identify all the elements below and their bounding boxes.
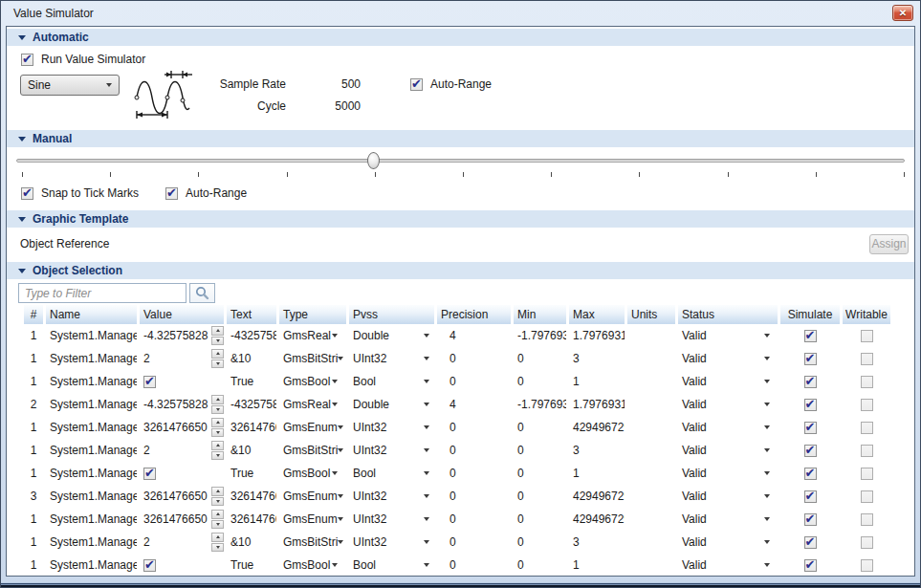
spinner-down-button[interactable] bbox=[211, 497, 224, 507]
value-text[interactable]: 3261476650 bbox=[143, 512, 208, 526]
pvss-dropdown-icon[interactable] bbox=[424, 471, 429, 475]
cell-type[interactable]: GmsBool bbox=[279, 554, 346, 577]
spinner-down-button[interactable] bbox=[211, 520, 224, 530]
cell-type[interactable]: GmsEnum bbox=[279, 416, 346, 439]
cell-status[interactable]: Valid bbox=[678, 439, 778, 462]
cell-status[interactable]: Valid bbox=[678, 508, 778, 531]
column-header-units[interactable]: Units bbox=[627, 305, 675, 324]
value-text[interactable]: 2 bbox=[143, 444, 150, 457]
pvss-dropdown-icon[interactable] bbox=[424, 403, 429, 406]
cell-status[interactable]: Valid bbox=[678, 416, 778, 439]
simulate-checkbox[interactable] bbox=[804, 445, 817, 457]
cell-pvss[interactable]: Bool bbox=[349, 462, 434, 485]
table-row[interactable]: 1 System1.Managen 3261476650 3261476650 … bbox=[24, 416, 914, 439]
pvss-dropdown-icon[interactable] bbox=[424, 448, 429, 452]
table-row[interactable]: 1 System1.Managen 3261476650 3261476650 … bbox=[24, 508, 914, 531]
cell-status[interactable]: Valid bbox=[678, 393, 778, 416]
cell-status[interactable]: Valid bbox=[678, 462, 778, 485]
value-text[interactable]: -4.32575828 bbox=[143, 329, 208, 342]
cell-value[interactable]: true bbox=[140, 462, 224, 485]
writable-checkbox[interactable] bbox=[861, 468, 873, 480]
cell-type[interactable]: GmsBool bbox=[279, 370, 346, 393]
value-checkbox[interactable] bbox=[143, 559, 156, 572]
column-header-pvss[interactable]: Pvss bbox=[349, 305, 434, 324]
column-header-value[interactable]: Value bbox=[140, 305, 224, 324]
writable-checkbox[interactable] bbox=[861, 445, 873, 457]
cell-value[interactable]: -4.32575828 bbox=[140, 393, 224, 416]
pvss-dropdown-icon[interactable] bbox=[424, 357, 429, 360]
status-dropdown-icon[interactable] bbox=[764, 540, 770, 544]
cell-pvss[interactable]: Bool bbox=[349, 554, 434, 577]
status-dropdown-icon[interactable] bbox=[764, 334, 770, 338]
writable-checkbox[interactable] bbox=[861, 376, 873, 388]
column-header-text[interactable]: Text bbox=[227, 305, 276, 324]
cell-type[interactable]: GmsBitStri bbox=[279, 531, 346, 554]
table-row[interactable]: 2 System1.Managen -4.32575828 -43257582 … bbox=[24, 393, 914, 416]
cell-pvss[interactable]: Double bbox=[349, 324, 434, 347]
cell-status[interactable]: Valid bbox=[678, 324, 778, 347]
cell-status[interactable]: Valid bbox=[678, 485, 778, 508]
value-text[interactable]: 2 bbox=[143, 535, 150, 549]
simulate-checkbox[interactable] bbox=[804, 399, 817, 411]
status-dropdown-icon[interactable] bbox=[764, 425, 770, 429]
status-dropdown-icon[interactable] bbox=[764, 357, 770, 360]
cell-type[interactable]: GmsBitStri bbox=[279, 347, 346, 370]
simulate-checkbox[interactable] bbox=[804, 490, 817, 503]
value-text[interactable]: -4.32575828 bbox=[143, 398, 208, 411]
cell-value[interactable]: 2 bbox=[140, 347, 224, 370]
snap-to-tick-marks-checkbox[interactable] bbox=[21, 187, 33, 200]
cell-value[interactable]: 2 bbox=[140, 531, 224, 554]
value-text[interactable]: 3261476650 bbox=[143, 490, 208, 503]
column-header-type[interactable]: Type bbox=[279, 305, 346, 324]
automatic-auto-range-checkbox[interactable] bbox=[410, 78, 423, 91]
value-spinner[interactable] bbox=[211, 349, 224, 368]
spinner-down-button[interactable] bbox=[211, 337, 224, 346]
cell-type[interactable]: GmsReal bbox=[279, 393, 346, 416]
column-header-writable[interactable]: Writable bbox=[843, 305, 890, 324]
type-dropdown-icon[interactable] bbox=[338, 517, 343, 521]
simulate-checkbox[interactable] bbox=[804, 376, 817, 388]
writable-checkbox[interactable] bbox=[861, 490, 873, 503]
value-checkbox[interactable] bbox=[143, 468, 156, 480]
pvss-dropdown-icon[interactable] bbox=[424, 425, 429, 429]
cell-status[interactable]: Valid bbox=[678, 370, 778, 393]
type-dropdown-icon[interactable] bbox=[332, 380, 338, 383]
type-dropdown-icon[interactable] bbox=[332, 563, 338, 567]
pvss-dropdown-icon[interactable] bbox=[424, 380, 429, 383]
value-spinner[interactable] bbox=[211, 395, 224, 414]
cell-value[interactable]: 3261476650 bbox=[140, 508, 224, 531]
value-spinner[interactable] bbox=[211, 533, 224, 552]
status-dropdown-icon[interactable] bbox=[764, 494, 770, 498]
cell-pvss[interactable]: UInt32 bbox=[349, 439, 434, 462]
status-dropdown-icon[interactable] bbox=[764, 517, 770, 521]
spinner-up-button[interactable] bbox=[211, 510, 224, 519]
status-dropdown-icon[interactable] bbox=[764, 403, 770, 406]
spinner-up-button[interactable] bbox=[211, 395, 224, 404]
pvss-dropdown-icon[interactable] bbox=[424, 334, 429, 338]
type-dropdown-icon[interactable] bbox=[332, 334, 338, 338]
type-dropdown-icon[interactable] bbox=[338, 494, 343, 498]
type-dropdown-icon[interactable] bbox=[332, 403, 338, 406]
slider-thumb[interactable] bbox=[367, 152, 380, 169]
type-dropdown-icon[interactable] bbox=[338, 425, 343, 429]
pvss-dropdown-icon[interactable] bbox=[424, 494, 429, 498]
column-header-status[interactable]: Status bbox=[678, 305, 778, 324]
manual-slider[interactable] bbox=[16, 151, 905, 170]
pvss-dropdown-icon[interactable] bbox=[424, 517, 429, 521]
spinner-up-button[interactable] bbox=[211, 441, 224, 450]
table-row[interactable]: 1 System1.Managen true True GmsBool Bool… bbox=[24, 462, 914, 485]
column-header-precision[interactable]: Precision bbox=[437, 305, 511, 324]
pvss-dropdown-icon[interactable] bbox=[424, 540, 429, 544]
column-header-num[interactable]: # bbox=[24, 305, 43, 324]
cell-pvss[interactable]: Double bbox=[349, 393, 434, 416]
spinner-up-button[interactable] bbox=[211, 418, 224, 427]
cell-status[interactable]: Valid bbox=[678, 347, 778, 370]
spinner-down-button[interactable] bbox=[211, 428, 224, 438]
simulate-checkbox[interactable] bbox=[804, 536, 817, 549]
status-dropdown-icon[interactable] bbox=[764, 563, 770, 567]
close-button[interactable]: ✕ bbox=[892, 5, 913, 21]
manual-auto-range-checkbox[interactable] bbox=[165, 187, 178, 200]
value-spinner[interactable] bbox=[211, 487, 224, 506]
type-dropdown-icon[interactable] bbox=[338, 448, 343, 452]
value-spinner[interactable] bbox=[211, 326, 224, 345]
